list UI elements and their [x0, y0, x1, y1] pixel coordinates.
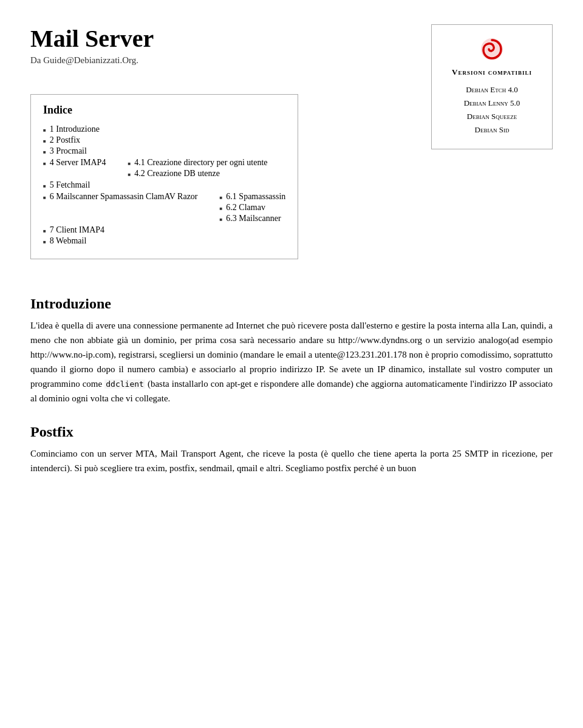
postfix-title: Postfix — [30, 424, 553, 440]
indice-box: Indice 1 Introduzione 2 Postfix 3 Procma… — [30, 94, 298, 259]
introduzione-para-0: L'idea è quella di avere una connessione… — [30, 318, 553, 406]
indice-subitem-5-0: 6.1 Spamassassin — [220, 191, 286, 202]
postfix-para-0: Cominciamo con un server MTA, Mail Trans… — [30, 446, 553, 475]
versioni-title: Versioni compatibili — [450, 67, 534, 77]
indice-item-2: 3 Procmail — [43, 146, 285, 157]
indice-sublist-3: 4.1 Creazione directory per ogni utente … — [109, 157, 267, 179]
indice-item-6: 7 Client IMAP4 — [43, 225, 285, 236]
indice-subitem-3-1: 4.2 Creazione DB utenze — [128, 168, 267, 179]
introduzione-title: Introduzione — [30, 296, 553, 312]
versioni-item-2: Debian Squeeze — [450, 110, 534, 123]
versioni-item-0: Debian Etch 4.0 — [450, 83, 534, 97]
indice-item-3: 4 Server IMAP4 4.1 Creazione directory p… — [43, 157, 285, 180]
indice-title: Indice — [43, 104, 285, 117]
indice-subitem-5-2: 6.3 Mailscanner — [220, 213, 286, 224]
indice-item-0: 1 Introduzione — [43, 124, 285, 135]
ddclient-code: ddclient — [104, 379, 145, 389]
indice-list: 1 Introduzione 2 Postfix 3 Procmail 4 Se… — [43, 124, 285, 247]
indice-sublist-5: 6.1 Spamassassin 6.2 Clamav 6.3 Mailscan… — [202, 191, 286, 224]
versioni-box: Versioni compatibili Debian Etch 4.0 Deb… — [431, 24, 553, 149]
indice-item-7: 8 Webmail — [43, 236, 285, 247]
indice-item-1: 2 Postfix — [43, 135, 285, 146]
debian-logo — [480, 37, 504, 61]
versioni-item-1: Debian Lenny 5.0 — [450, 97, 534, 110]
indice-item-4: 5 Fetchmail — [43, 180, 285, 191]
indice-subitem-5-1: 6.2 Clamav — [220, 202, 286, 213]
indice-subitem-3-0: 4.1 Creazione directory per ogni utente — [128, 157, 267, 168]
indice-item-5: 6 Mailscanner Spamassasin ClamAV Razor 6… — [43, 191, 285, 225]
versioni-item-3: Debian Sid — [450, 123, 534, 137]
